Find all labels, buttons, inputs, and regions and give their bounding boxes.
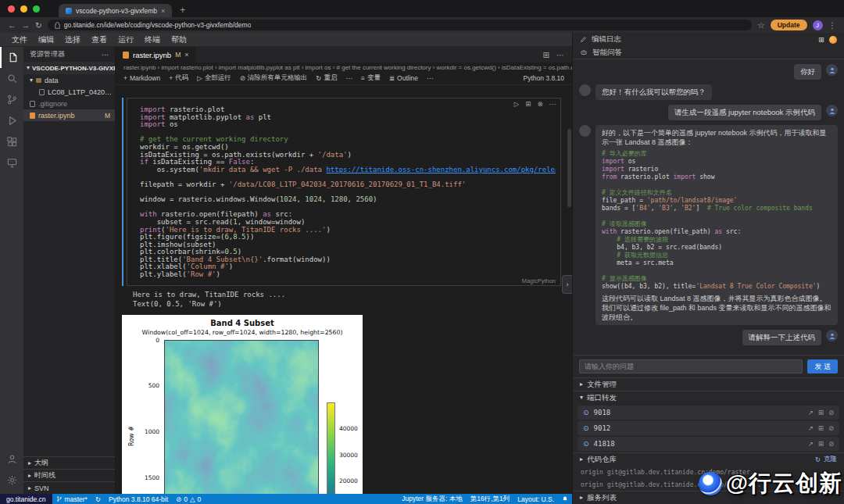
section-service-list[interactable]: ▸ 服务列表 [573, 491, 844, 504]
split-cell-icon[interactable]: ⊞ [525, 100, 531, 108]
tab-close-icon[interactable]: × [161, 7, 165, 15]
clone-repo-button[interactable]: ↻ 克隆 [815, 455, 837, 464]
settings-gear-icon[interactable] [0, 470, 23, 491]
window-minimize-button[interactable] [20, 5, 27, 13]
jupyter-server-indicator[interactable]: Jupyter 服务器: 本地 [398, 495, 466, 504]
browser-profile-avatar[interactable]: J [813, 20, 823, 30]
nb-toolbar-code[interactable]: +代码 [169, 73, 188, 83]
new-tab-button[interactable]: + [180, 5, 185, 17]
panel-grid-icon[interactable]: ⊞ [818, 35, 824, 44]
code-cell[interactable]: ▷ ⊞ ⊗ ⋯ import rasterio.plotimport matpl… [127, 98, 561, 286]
nb-toolbar-overflow[interactable]: ⋯ [427, 73, 434, 83]
cursor-position[interactable]: 第16行,第1列 [467, 495, 514, 504]
tree-item-raster.ipynb[interactable]: raster.ipynbM [23, 109, 115, 121]
menu-item-1[interactable]: 编辑 [33, 34, 59, 45]
search-icon[interactable] [0, 68, 23, 89]
assistant-log-row[interactable]: 编辑日志 ⊞ [573, 33, 844, 46]
source-control-icon[interactable] [0, 89, 23, 110]
nb-toolbar-more[interactable]: ⋯ [345, 73, 352, 83]
copy-icon[interactable]: ⊞ [818, 440, 824, 448]
menu-item-2[interactable]: 选择 [59, 34, 86, 45]
nb-toolbar-clear-outputs[interactable]: ⊘清除所有单元格输出 [240, 73, 308, 83]
browser-menu-icon[interactable]: ⋮ [828, 21, 837, 30]
tree-item-LC08_L1TP_042034_20170...[interactable]: LC08_L1TP_042034_20170... [23, 86, 115, 98]
stop-icon[interactable]: ⊘ [828, 409, 834, 416]
port-row-41818[interactable]: ⊙41818↗⊞⊘ [578, 437, 839, 451]
sync-button[interactable]: ↻ [91, 495, 105, 503]
sidebar-section-时间线[interactable]: ▸时间线 [23, 469, 115, 481]
notebook-scroll-area[interactable]: ▷ ⊞ ⊗ ⋯ import rasterio.plotimport matpl… [116, 85, 572, 494]
remote-indicator[interactable]: go.titanide.cn [0, 494, 52, 504]
delete-cell-icon[interactable]: ⊗ [537, 100, 542, 108]
section-port-forwarding[interactable]: ▾ 端口转发 [573, 391, 844, 404]
close-icon[interactable]: × [184, 51, 188, 59]
back-button[interactable]: ← [8, 21, 16, 30]
forward-button[interactable]: → [22, 21, 30, 30]
nb-toolbar-run-all[interactable]: ▷全部运行 [197, 73, 231, 83]
repo-remote-1[interactable]: origin git@gitlab.dev.titanide.cn:demo/r… [573, 478, 844, 491]
section-file-management[interactable]: ▸ 文件管理 [573, 377, 844, 391]
cell-code[interactable]: import rasterio.plotimport matplotlib.py… [140, 106, 556, 279]
menu-item-3[interactable]: 查看 [86, 34, 113, 45]
matplotlib-plot: Band 4 Subset Window(col_off=1024, row_o… [122, 315, 363, 494]
port-row-9018[interactable]: ⊙9018↗⊞⊘ [578, 406, 839, 420]
sidebar-section-SVN[interactable]: ▸SVN [23, 481, 115, 494]
notifications-bell-icon[interactable] [558, 495, 572, 502]
problems-indicator[interactable]: ⊘ 0 △ 0 [172, 495, 205, 503]
cell-more-icon[interactable]: ⋯ [549, 100, 556, 108]
send-button[interactable]: 发 送 [807, 359, 838, 374]
assistant-qa-header[interactable]: 智能问答 [573, 46, 844, 59]
nb-toolbar-variables[interactable]: ≡变量 [361, 73, 381, 83]
notebook-scrollbar[interactable] [567, 129, 571, 207]
menu-item-5[interactable]: 终端 [139, 34, 166, 45]
reload-button[interactable]: ↻ [35, 21, 42, 30]
tree-item-data[interactable]: ▾data [23, 74, 115, 86]
notebook-icon [30, 113, 35, 119]
explorer-icon[interactable] [0, 47, 23, 68]
update-button[interactable]: Update [771, 20, 807, 30]
run-debug-icon[interactable] [0, 110, 23, 131]
tree-item-.gitignore[interactable]: .gitignore [23, 98, 115, 109]
open-in-browser-icon[interactable]: ↗ [808, 440, 814, 448]
kernel-picker[interactable]: Python 3.8.10 [524, 74, 564, 82]
stop-icon[interactable]: ⊘ [828, 440, 834, 448]
repo-remote-0[interactable]: origin git@gitlab.dev.titanide.cn:demo/r… [573, 466, 844, 478]
menu-item-4[interactable]: 运行 [113, 34, 139, 45]
breadcrumb[interactable]: raster.ipynb › import rasterio.plot › im… [116, 63, 572, 72]
menu-item-0[interactable]: 文件 [6, 34, 33, 45]
project-root[interactable]: ▾ VSCODE-PYTHON-V3-GIVXFEMB [23, 62, 115, 74]
sidebar-section-大纲[interactable]: ▸大纲 [23, 456, 115, 469]
bookmark-star-icon[interactable]: ☆ [757, 21, 764, 30]
menu-item-6[interactable]: 帮助 [166, 34, 192, 45]
remote-explorer-icon[interactable] [0, 152, 23, 173]
collapse-panel-button[interactable]: › [562, 275, 572, 294]
open-in-browser-icon[interactable]: ↗ [808, 424, 814, 432]
chat-messages[interactable]: 你好您好！有什么我可以帮您的吗？请生成一段遥感 jupyter notebook… [573, 59, 844, 355]
nb-toolbar-restart[interactable]: ↻重启 [316, 73, 337, 83]
open-in-browser-icon[interactable]: ↗ [808, 409, 814, 416]
stop-icon[interactable]: ⊘ [828, 424, 834, 432]
browser-tab[interactable]: vscode-python-v3-givxfemb × [59, 4, 172, 17]
branch-indicator[interactable]: master* [52, 495, 91, 503]
nb-toolbar-outline[interactable]: ≣Outline [389, 73, 418, 83]
account-icon[interactable] [0, 449, 23, 470]
address-bar[interactable]: go.titanide.cn/ide/web/coding/vscode-pyt… [48, 20, 752, 30]
explorer-more-icon[interactable]: ⋯ [102, 51, 109, 59]
extensions-icon[interactable] [0, 131, 23, 152]
copy-icon[interactable]: ⊞ [818, 424, 824, 432]
section-code-repo[interactable]: ▸ 代码仓库 ↻ 克隆 [573, 452, 844, 466]
nb-toolbar-markdown[interactable]: +Markdown [123, 73, 160, 83]
split-editor-icon[interactable]: ⊞ [543, 51, 549, 59]
assistant-qa-label: 智能问答 [592, 48, 622, 58]
python-version[interactable]: Python 3.8.10 64-bit [105, 495, 172, 503]
window-zoom-button[interactable] [33, 5, 40, 13]
copy-icon[interactable]: ⊞ [818, 409, 824, 416]
editor-more-icon[interactable]: ⋯ [556, 51, 564, 59]
run-cell-icon[interactable]: ▷ [514, 100, 520, 108]
titanide-logo-icon[interactable] [829, 36, 837, 44]
keyboard-layout[interactable]: Layout: U.S. [513, 495, 558, 503]
window-close-button[interactable] [8, 5, 15, 13]
editor-tab-raster[interactable]: raster.ipynb M × [116, 47, 195, 63]
port-row-9012[interactable]: ⊙9012↗⊞⊘ [578, 421, 839, 435]
chat-input[interactable] [579, 359, 803, 374]
